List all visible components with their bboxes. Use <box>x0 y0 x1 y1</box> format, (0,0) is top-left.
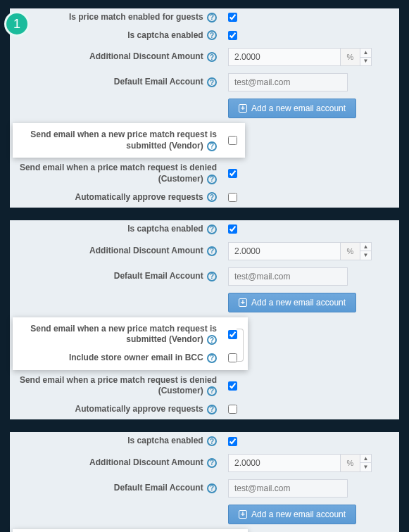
email-label: Default Email Account ? <box>10 77 221 88</box>
email-input[interactable] <box>228 73 348 91</box>
help-icon[interactable]: ? <box>207 77 217 87</box>
guests-checkbox[interactable] <box>228 13 237 22</box>
discount-unit: % <box>341 48 360 66</box>
captcha-checkbox[interactable] <box>228 31 237 40</box>
help-icon[interactable]: ? <box>207 436 217 446</box>
highlighted-group: Send email when a new price match reques… <box>13 123 245 158</box>
add-email-button[interactable]: + Add a new email account <box>228 99 356 118</box>
help-icon[interactable]: ? <box>207 192 217 202</box>
discount-unit: % <box>341 242 360 260</box>
chevron-down-icon[interactable]: ▼ <box>360 58 371 66</box>
discount-stepper[interactable]: ▲▼ <box>360 454 372 472</box>
email-input[interactable] <box>228 479 348 498</box>
captcha-label: Is captcha enabled ? <box>10 224 221 235</box>
send-vendor-label: Send email when a new price match reques… <box>13 324 221 346</box>
help-icon[interactable]: ? <box>207 386 217 396</box>
discount-label: Additional Discount Amount ? <box>10 246 221 257</box>
discount-input[interactable] <box>228 454 341 472</box>
add-email-label: Add a new email account <box>251 298 346 308</box>
email-input[interactable] <box>228 267 348 286</box>
auto-checkbox[interactable] <box>228 193 237 202</box>
help-icon[interactable]: ? <box>207 405 217 414</box>
plus-icon: + <box>239 510 247 519</box>
chevron-up-icon[interactable]: ▲ <box>360 49 371 58</box>
chevron-up-icon[interactable]: ▲ <box>360 455 371 464</box>
captcha-label: Is captcha enabled ? <box>10 436 221 447</box>
settings-panel-3: Is captcha enabled ? Additional Discount… <box>10 432 399 532</box>
settings-panel-1: Is price match enabled for guests ? Is c… <box>10 8 399 208</box>
discount-stepper[interactable]: ▲▼ <box>360 242 372 260</box>
step-badge: 1 <box>4 11 30 37</box>
chevron-down-icon[interactable]: ▼ <box>360 251 371 260</box>
discount-input[interactable] <box>228 48 341 66</box>
denied-checkbox[interactable] <box>228 381 237 391</box>
send-vendor-label: Send email when a new price match reques… <box>13 129 221 151</box>
captcha-checkbox[interactable] <box>228 437 237 446</box>
email-label: Default Email Account ? <box>10 483 221 494</box>
add-email-label: Add a new email account <box>251 103 346 113</box>
help-icon[interactable]: ? <box>207 458 217 468</box>
add-email-button[interactable]: + Add a new email account <box>228 505 356 524</box>
add-email-button[interactable]: + Add a new email account <box>228 293 356 312</box>
denied-checkbox[interactable] <box>228 169 237 178</box>
email-label: Default Email Account ? <box>10 271 221 282</box>
help-icon[interactable]: ? <box>207 335 217 345</box>
discount-unit: % <box>341 454 360 472</box>
plus-icon: + <box>239 298 247 307</box>
help-icon[interactable]: ? <box>207 52 217 62</box>
add-email-label: Add a new email account <box>251 509 346 519</box>
help-icon[interactable]: ? <box>207 483 217 493</box>
discount-stepper[interactable]: ▲▼ <box>360 48 372 66</box>
help-icon[interactable]: ? <box>207 353 217 363</box>
help-icon[interactable]: ? <box>207 30 217 40</box>
captcha-checkbox[interactable] <box>228 224 237 234</box>
discount-input[interactable] <box>228 242 341 260</box>
help-icon[interactable]: ? <box>207 13 217 23</box>
discount-label: Additional Discount Amount ? <box>10 51 221 63</box>
chevron-down-icon[interactable]: ▼ <box>360 463 371 471</box>
help-icon[interactable]: ? <box>207 141 217 151</box>
auto-label: Automatically approve requests ? <box>10 404 221 415</box>
denied-label: Send email when a price match request is… <box>10 163 221 184</box>
tree-connector <box>237 329 244 362</box>
send-vendor-checkbox[interactable] <box>228 136 237 145</box>
bcc-label: Include store owner email in BCC ? <box>13 353 221 364</box>
denied-label: Send email when a price match request is… <box>10 375 221 397</box>
settings-panel-2: Is captcha enabled ? Additional Discount… <box>10 220 399 419</box>
help-icon[interactable]: ? <box>207 224 217 234</box>
highlighted-group: Send email when a new price match reques… <box>13 529 248 532</box>
help-icon[interactable]: ? <box>207 175 217 184</box>
step-number: 1 <box>13 17 20 32</box>
highlighted-group: Send email when a new price match reques… <box>13 317 248 370</box>
help-icon[interactable]: ? <box>207 272 217 281</box>
auto-checkbox[interactable] <box>228 405 237 414</box>
plus-icon: + <box>239 104 247 113</box>
help-icon[interactable]: ? <box>207 246 217 256</box>
chevron-up-icon[interactable]: ▲ <box>360 243 371 252</box>
captcha-label: Is captcha enabled ? <box>10 30 221 42</box>
discount-label: Additional Discount Amount ? <box>10 457 221 469</box>
guests-label: Is price match enabled for guests ? <box>10 12 221 23</box>
auto-label: Automatically approve requests ? <box>10 192 221 203</box>
